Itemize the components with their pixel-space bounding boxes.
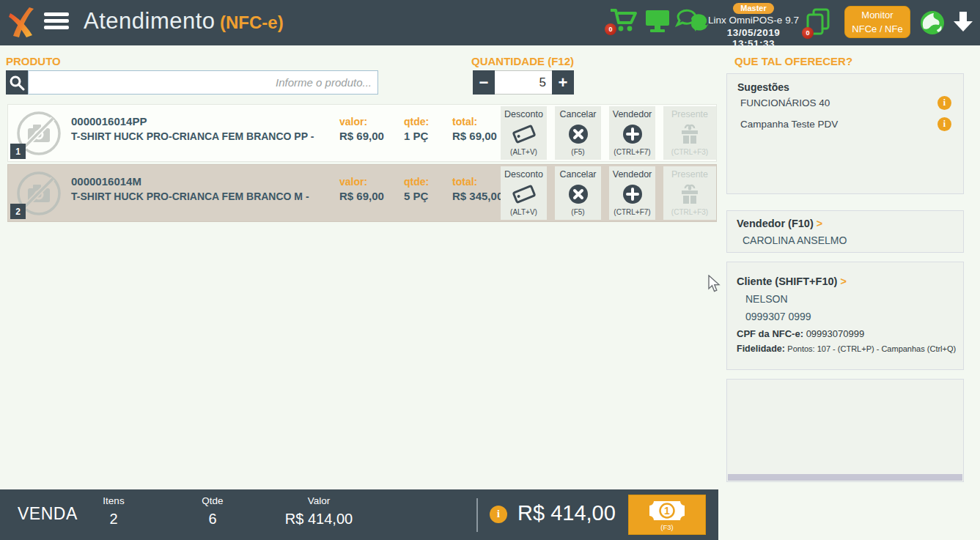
cancel-circle-icon [568,124,589,144]
app-datetime: 13/05/2019 13:51:33 [705,27,802,49]
cliente-cpf: CPF da NFC-e: 09993070999 [737,328,963,339]
valor-label: valor: [339,176,394,188]
pos-screen: Atendimento (NFC-e) 0 [0,0,980,540]
monitor-nfce-label-2: NFCe / NFe [845,23,910,37]
gift-icon [679,184,701,204]
cliente-heading: Cliente (SHIFT+F10)> [737,275,963,287]
discount-ticket-icon [512,124,537,144]
page-title: Atendimento [84,8,215,34]
pay-shortcut: (F3) [629,523,705,531]
app-info: Master Linx OmniPOS-e 9.7 13/05/2019 13:… [705,1,802,49]
item-vendedor-button[interactable]: Vendedor (CTRL+F7) [609,166,655,220]
linx-logo-icon [7,6,35,38]
mouse-cursor [708,275,721,292]
globe-button[interactable] [919,10,946,39]
cancel-circle-icon [568,184,589,204]
pay-button[interactable]: 1 (F3) [628,495,706,535]
add-circle-icon [622,124,643,144]
item-qtde: 1 PÇ [404,130,442,142]
item-name: T-SHIRT HUCK PRO-CRIANCA FEM BRANCO M - [71,191,309,202]
download-arrow-button[interactable] [952,10,974,37]
fiscal-mode-label: (NFC-e) [220,12,284,33]
info-icon[interactable]: i [937,96,951,110]
valor-label: valor: [339,116,394,127]
app-header: Atendimento (NFC-e) 0 [0,0,980,45]
chevron-right-icon: > [840,275,846,287]
cliente-name: NELSON [745,293,963,305]
produto-label: PRODUTO [6,55,61,67]
menu-button[interactable] [44,12,69,33]
documents-badge: 0 [802,27,814,39]
product-search-input[interactable] [28,70,378,95]
sale-items-list: 1 0000016014PP T-SHIRT HUCK PRO-CRIANCA … [7,104,717,224]
suggestion-item[interactable]: FUNCIONÁRIOS 40 i [740,97,938,108]
svg-text:1: 1 [664,505,670,517]
item-cancelar-button[interactable]: Cancelar (F5) [555,106,601,160]
banknote-icon: 1 [648,500,686,522]
search-button[interactable] [6,70,28,95]
item-valor: R$ 69,00 [339,130,394,142]
cart-badge: 0 [605,23,616,35]
cart-button[interactable]: 0 [609,7,638,37]
item-code: 0000016014M [71,175,309,188]
quantity-plus-button[interactable]: + [552,70,574,95]
app-name: Linx OmniPOS-e 9.7 [705,15,802,26]
monitor-nfce-button[interactable]: Monitor NFCe / NFe [844,6,910,38]
chevron-right-icon: > [817,218,822,229]
vendedor-panel[interactable]: Vendedor (F10)> CAROLINA ANSELMO [726,210,964,253]
item-presente-button: Presente (CTRL+F3) [663,166,716,220]
cliente-fidelidade: Fidelidade: Pontos: 107 - (CTRL+P) - Cam… [737,344,963,354]
item-vendedor-button[interactable]: Vendedor (CTRL+F7) [609,106,655,160]
sale-summary-bar: VENDA Itens 2 Qtde 6 Valor R$ 414,00 i R… [0,489,718,540]
search-icon [9,75,25,91]
suggestion-item[interactable]: Campanha Teste PDV i [740,119,938,130]
footer-divider [476,498,478,532]
gift-icon [679,124,701,144]
qtde-label: qtde: [404,176,442,188]
sale-total: R$ 414,00 [517,501,616,525]
qtde-label: qtde: [404,116,442,127]
quantity-input[interactable] [495,70,552,95]
valor-summary: Valor R$ 414,00 [275,495,363,528]
item-desconto-button[interactable]: Desconto (ALT+V) [501,106,547,160]
item-name: T-SHIRT HUCK PRO-CRIANCA FEM BRANCO PP - [71,130,314,142]
itens-summary: Itens 2 [88,495,139,528]
qtde-summary: Qtde 6 [187,495,238,528]
item-index-badge: 1 [10,144,26,159]
suggestions-heading: Sugestões [737,81,963,93]
vendedor-heading: Vendedor (F10)> [737,218,963,229]
cliente-phone: 0999307 0999 [745,311,963,322]
monitor-nfce-label-1: Monitor [845,9,910,23]
sale-mode-label: VENDA [18,504,78,524]
vendedor-value: CAROLINA ANSELMO [743,234,963,246]
item-presente-button: Presente (CTRL+F3) [663,106,716,160]
sale-item-row[interactable]: 1 0000016014PP T-SHIRT HUCK PRO-CRIANCA … [7,104,717,162]
suggestions-panel: Sugestões FUNCIONÁRIOS 40 i Campanha Tes… [726,73,964,194]
extra-panel [726,379,964,482]
chat-button[interactable] [675,8,709,37]
horizontal-scrollbar[interactable] [728,474,962,481]
total-info[interactable]: i [490,506,507,523]
item-qtde: 5 PÇ [404,190,442,202]
sale-item-row-selected[interactable]: 2 0000016014M T-SHIRT HUCK PRO-CRIANCA F… [7,164,717,222]
documents-button[interactable]: 0 [805,8,831,39]
discount-ticket-icon [512,184,537,204]
terminal-monitor-button[interactable] [644,9,671,37]
add-circle-icon [622,184,643,204]
item-code: 0000016014PP [71,115,314,127]
item-index-badge: 2 [10,204,26,219]
cliente-panel[interactable]: Cliente (SHIFT+F10)> NELSON 0999307 0999… [726,262,964,370]
info-icon[interactable]: i [937,117,951,131]
offer-title: QUE TAL OFERECER? [734,55,852,67]
info-icon: i [490,506,507,523]
quantity-minus-button[interactable]: − [473,70,495,95]
quantidade-label: QUANTIDADE (F12) [471,55,574,67]
item-desconto-button[interactable]: Desconto (ALT+V) [501,166,547,220]
item-valor: R$ 69,00 [339,190,394,202]
item-cancelar-button[interactable]: Cancelar (F5) [555,166,601,220]
master-badge: Master [733,3,773,14]
